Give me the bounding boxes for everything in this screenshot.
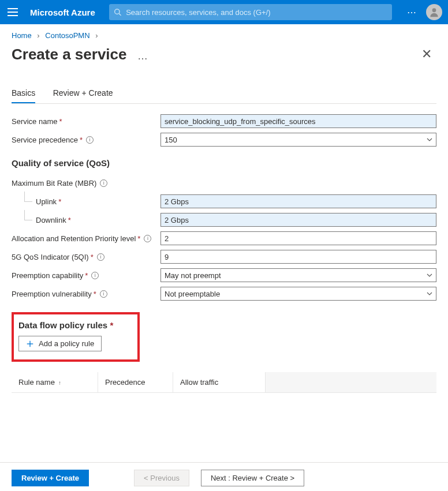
col-precedence[interactable]: Precedence	[98, 372, 173, 392]
service-precedence-select[interactable]: 150	[160, 133, 436, 147]
chevron-right-icon: ›	[33, 31, 43, 40]
service-name-input[interactable]	[160, 114, 436, 128]
search-icon	[114, 8, 121, 16]
label-service-precedence: Service precedence*i	[12, 136, 160, 144]
qos-heading: Quality of service (QoS)	[12, 158, 436, 168]
search-input[interactable]	[126, 8, 387, 17]
form-basics: Service name* Service precedence*i 150 Q…	[0, 104, 448, 393]
chevron-down-icon	[427, 137, 432, 143]
horizontal-scrollbar[interactable]	[0, 486, 448, 491]
uplink-input[interactable]	[160, 194, 436, 208]
page-title: Create a service	[12, 46, 126, 63]
preempt-vul-select[interactable]: Not preemptable	[160, 287, 436, 301]
col-allow-traffic[interactable]: Allow traffic	[173, 372, 266, 392]
close-icon[interactable]: ✕	[417, 44, 436, 64]
label-service-name: Service name*	[12, 117, 160, 126]
info-icon[interactable]: i	[144, 235, 151, 242]
downlink-input[interactable]	[160, 213, 436, 227]
label-mbr: Maximum Bit Rate (MBR)i	[12, 179, 160, 188]
next-button[interactable]: Next : Review + Create >	[201, 470, 304, 486]
policy-rules-table-header: Rule name↑ Precedence Allow traffic	[12, 372, 436, 393]
user-icon	[428, 6, 440, 18]
sort-asc-icon: ↑	[58, 380, 61, 386]
dataflow-heading: Data flow policy rules *	[18, 320, 113, 330]
page-title-bar: Create a service … ✕	[0, 43, 448, 70]
tab-review[interactable]: Review + Create	[53, 84, 113, 102]
add-policy-rule-button[interactable]: Add a policy rule	[18, 336, 102, 351]
more-icon[interactable]: ⋯	[401, 7, 423, 18]
col-empty	[266, 372, 436, 392]
plus-icon	[26, 340, 34, 348]
footer-bar: Review + Create < Previous Next : Review…	[0, 462, 448, 486]
data-flow-policy-rules-section: Data flow policy rules * Add a policy ru…	[12, 312, 140, 362]
breadcrumb: Home › ContosoPMN ›	[0, 24, 448, 43]
previous-button[interactable]: < Previous	[134, 470, 189, 486]
global-search[interactable]	[109, 4, 392, 20]
add-policy-rule-label: Add a policy rule	[39, 339, 94, 348]
label-downlink: Downlink*	[12, 216, 160, 224]
label-preempt-vul: Preemption vulnerability*i	[12, 290, 160, 298]
info-icon[interactable]: i	[100, 179, 107, 187]
info-icon[interactable]: i	[91, 272, 99, 279]
svg-point-0	[114, 9, 119, 14]
global-header: Microsoft Azure ⋯	[0, 0, 448, 24]
chevron-right-icon: ›	[92, 31, 101, 40]
qi-input[interactable]	[160, 250, 436, 264]
tabs: Basics Review + Create	[0, 70, 448, 103]
breadcrumb-home[interactable]: Home	[12, 31, 32, 40]
info-icon[interactable]: i	[86, 136, 94, 144]
title-more-icon[interactable]: …	[137, 50, 149, 62]
review-create-button[interactable]: Review + Create	[12, 470, 89, 486]
service-precedence-value: 150	[165, 136, 177, 144]
info-icon[interactable]: i	[97, 253, 104, 261]
chevron-down-icon	[427, 272, 432, 278]
arp-input[interactable]	[160, 231, 436, 245]
svg-point-2	[432, 8, 436, 12]
info-icon[interactable]: i	[100, 290, 107, 298]
avatar[interactable]	[426, 4, 442, 20]
label-preempt-cap: Preemption capability*i	[12, 271, 160, 280]
preempt-vul-value: Not preemptable	[165, 290, 220, 298]
svg-line-1	[119, 14, 121, 16]
brand-label[interactable]: Microsoft Azure	[30, 8, 95, 17]
col-rule-name[interactable]: Rule name↑	[12, 372, 98, 392]
tab-basics[interactable]: Basics	[12, 84, 35, 103]
breadcrumb-item[interactable]: ContosoPMN	[45, 31, 89, 40]
label-5qi: 5G QoS Indicator (5QI)*i	[12, 253, 160, 261]
preempt-cap-select[interactable]: May not preempt	[160, 268, 436, 282]
label-arp: Allocation and Retention Priority level*…	[12, 234, 160, 243]
label-uplink: Uplink*	[12, 197, 160, 206]
chevron-down-icon	[427, 291, 432, 297]
preempt-cap-value: May not preempt	[165, 271, 221, 280]
menu-icon[interactable]	[6, 5, 20, 19]
